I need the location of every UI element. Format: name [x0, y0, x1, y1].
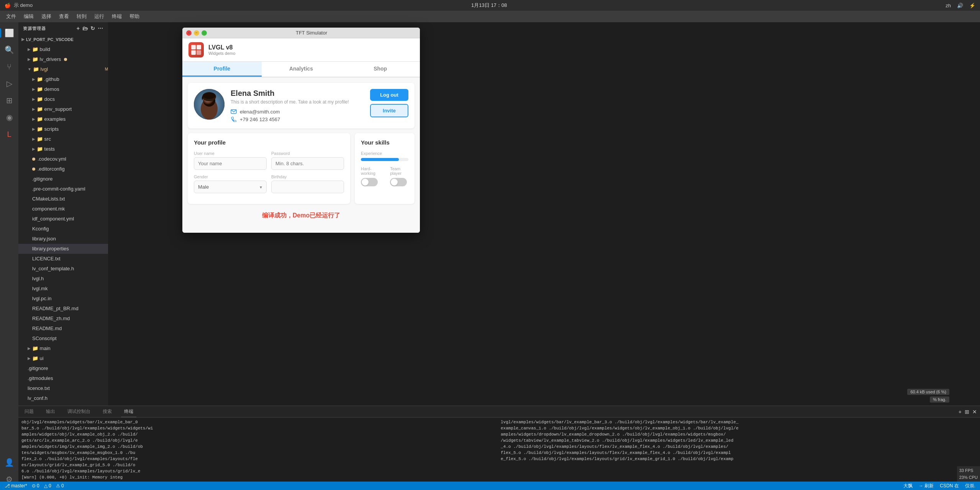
username-input[interactable]	[194, 157, 267, 170]
split-terminal-icon[interactable]: ⊞	[965, 409, 969, 415]
tree-item-build[interactable]: ▶ 📁 build	[18, 44, 108, 54]
tab-bar: Profile Analytics Shop	[182, 62, 420, 77]
add-terminal-icon[interactable]: +	[959, 409, 962, 415]
team-player-toggle[interactable]	[390, 178, 407, 186]
tree-item-codecov[interactable]: .codecov.yml	[18, 154, 108, 164]
tree-item-component[interactable]: component.mk	[18, 204, 108, 214]
phone-value: +79 246 123 4567	[240, 117, 280, 122]
terminal-right: lvgl/examples/widgets/bar/lv_example_bar…	[501, 419, 977, 488]
tft-minimize-button[interactable]: −	[194, 30, 199, 36]
tree-item-editorconfig[interactable]: .editorconfig	[18, 164, 108, 174]
tree-item-env[interactable]: ▶ 📁 env_support	[18, 104, 108, 114]
refresh-icon[interactable]: ↻	[90, 25, 95, 31]
tree-item-main[interactable]: ▶ 📁 main	[18, 344, 108, 354]
tree-item-ui[interactable]: ▶ 📁 ui	[18, 354, 108, 363]
status-refresh[interactable]: → 刷新	[919, 483, 934, 489]
tree-item-demos[interactable]: ▶ 📁 demos	[18, 84, 108, 94]
menu-edit[interactable]: 编辑	[21, 12, 37, 21]
collapse-icon[interactable]: ⋯	[98, 25, 103, 31]
lvgl-info: LVGL v8 Widgets demo	[208, 44, 414, 56]
terminal-tab-problems[interactable]: 问题	[21, 406, 37, 417]
tree-item-github[interactable]: ▶ 📁 .github	[18, 74, 108, 84]
svg-rect-2	[191, 50, 196, 55]
terminal-tab-terminal[interactable]: 终端	[121, 406, 136, 417]
tree-item-lvglpc[interactable]: lvgl.pc.in	[18, 294, 108, 304]
tree-item-readmezh[interactable]: README_zh.md	[18, 314, 108, 324]
user-description: This is a short description of me. Take …	[231, 99, 364, 105]
activity-git[interactable]: ⑂	[2, 59, 17, 74]
hard-working-toggle[interactable]	[361, 178, 378, 186]
your-profile-title: Your profile	[194, 139, 344, 146]
tree-item-readmept[interactable]: README_pt_BR.md	[18, 304, 108, 314]
new-folder-icon[interactable]: 🗁	[82, 25, 88, 31]
tft-close-button[interactable]: ✕	[186, 30, 192, 36]
activity-account[interactable]: 👤	[2, 455, 17, 470]
tree-item-sconscript[interactable]: SConscript	[18, 334, 108, 344]
email-value: elena@smith.com	[240, 109, 280, 115]
tree-item-libraryjson[interactable]: library.json	[18, 234, 108, 244]
terminal-line: lvgl/examples/widgets/bar/lv_example_bar…	[501, 419, 977, 425]
new-file-icon[interactable]: +	[77, 25, 80, 31]
tab-profile[interactable]: Profile	[182, 62, 262, 77]
team-player-knob	[391, 179, 398, 186]
tree-item-examples[interactable]: ▶ 📁 examples	[18, 114, 108, 124]
username-label: User name	[194, 151, 267, 156]
tree-item-lvconf[interactable]: lv_conf_template.h	[18, 264, 108, 274]
close-terminal-icon[interactable]: ✕	[972, 409, 977, 415]
activity-lvgl[interactable]: L	[2, 127, 17, 142]
tree-item-lvglmk[interactable]: lvgl.mk	[18, 284, 108, 294]
menu-help[interactable]: 帮助	[126, 12, 143, 21]
tree-item-gitmodules[interactable]: .gitmodules	[18, 373, 108, 383]
tree-item-lvconfh[interactable]: lv_conf.h	[18, 393, 108, 403]
tab-analytics[interactable]: Analytics	[262, 62, 341, 77]
logout-button[interactable]: Log out	[370, 89, 408, 101]
menu-select[interactable]: 选择	[38, 12, 54, 21]
tree-item-cmake[interactable]: CMakeLists.txt	[18, 194, 108, 204]
profile-skills-row: Your profile User name Password Gender	[188, 133, 415, 204]
tree-item-lvglh[interactable]: lvgl.h	[18, 274, 108, 284]
terminal-tab-debug[interactable]: 调试控制台	[64, 406, 93, 417]
activity-extensions[interactable]: ⊞	[2, 93, 17, 108]
tree-item-libraryprops[interactable]: library.properties	[18, 244, 108, 254]
tft-maximize-button[interactable]: □	[202, 30, 207, 36]
tree-item-idf[interactable]: idf_component.yml	[18, 214, 108, 224]
tree-item-precommit[interactable]: .pre-commit-config.yaml	[18, 184, 108, 194]
tree-item-root-gitignore[interactable]: .gitignore	[18, 363, 108, 373]
status-zoom[interactable]: 大飘	[903, 483, 913, 489]
tree-item-src[interactable]: ▶ 📁 src	[18, 134, 108, 144]
tree-item-readme[interactable]: README.md	[18, 324, 108, 334]
menu-goto[interactable]: 转到	[74, 12, 90, 21]
menu-view[interactable]: 查看	[56, 12, 72, 21]
tree-item-docs[interactable]: ▶ 📁 docs	[18, 94, 108, 104]
tree-item-lvdrivers[interactable]: ▶ 📁 lv_drivers	[18, 54, 108, 64]
terminal-tab-search[interactable]: 搜索	[100, 406, 115, 417]
activity-search[interactable]: 🔍	[2, 42, 17, 58]
tree-item-licence[interactable]: LICENCE.txt	[18, 254, 108, 264]
tft-window-title: TFT Simulator	[207, 30, 416, 36]
activity-explorer[interactable]: ⬜	[2, 25, 17, 41]
terminal-line: amples/widgets/obj/lv_example_obj_2.o ./…	[21, 431, 498, 437]
git-branch[interactable]: ⎇ master*	[5, 483, 27, 488]
tree-item-scripts[interactable]: ▶ 📁 scripts	[18, 124, 108, 134]
tree-item-gitignore[interactable]: .gitignore	[18, 174, 108, 184]
activity-remote[interactable]: ◉	[2, 110, 17, 125]
tree-item-lvgl[interactable]: ▼ 📁 lvgl M	[18, 64, 108, 74]
menu-file[interactable]: 文件	[3, 12, 19, 21]
birthday-input[interactable]	[271, 181, 344, 193]
status-encoding[interactable]: CSDN 在	[940, 483, 959, 489]
terminal-line: _4.o ./build/obj/lvgl/examples/layouts/f…	[501, 444, 977, 450]
invite-button[interactable]: Invite	[370, 104, 408, 117]
tree-item-kconfig[interactable]: Kconfig	[18, 224, 108, 234]
tree-root[interactable]: ▶ LV_PORT_PC_VSCODE	[18, 35, 108, 44]
activity-debug[interactable]: ▷	[2, 76, 17, 91]
terminal-tab-output[interactable]: 输出	[43, 406, 58, 417]
gender-select[interactable]: Male Female	[194, 181, 267, 193]
gender-select-wrapper: Male Female ▼	[194, 181, 267, 193]
menu-terminal[interactable]: 终端	[109, 12, 125, 21]
tab-shop[interactable]: Shop	[341, 62, 420, 77]
menu-run[interactable]: 运行	[91, 12, 107, 21]
sidebar: 资源管理器 + 🗁 ↻ ⋯ ▶ LV_PORT_PC_VSCODE ▶ 📁 bu…	[18, 22, 108, 406]
tree-item-licencetxt[interactable]: licence.txt	[18, 383, 108, 393]
password-input[interactable]	[271, 157, 344, 170]
tree-item-tests[interactable]: ▶ 📁 tests	[18, 144, 108, 154]
